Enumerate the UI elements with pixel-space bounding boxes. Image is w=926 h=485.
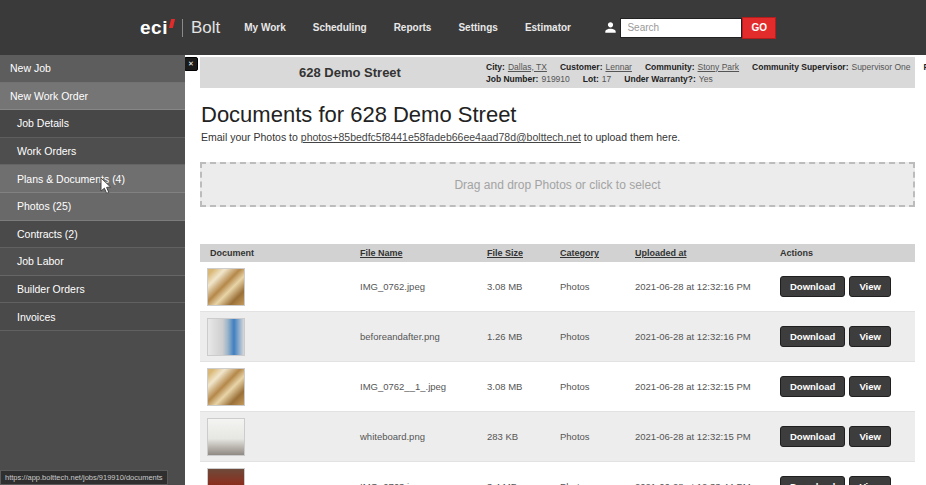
download-button[interactable]: Download: [780, 326, 845, 347]
file-name-cell: IMG_0763.jpeg: [360, 481, 487, 485]
actions-cell: DownloadView: [780, 426, 915, 447]
sidebar-item-photos-25[interactable]: Photos (25): [0, 193, 185, 221]
app-logo: eci Bolt: [140, 17, 220, 39]
sidebar-item-plans-documents-4[interactable]: Plans & Documents (4): [0, 165, 185, 193]
sidebar-item-new-work-order[interactable]: New Work Order: [0, 83, 185, 111]
detail-value: Supervisor One: [851, 62, 910, 72]
nav-item-scheduling[interactable]: Scheduling: [313, 22, 367, 33]
nav-item-estimator[interactable]: Estimator: [525, 22, 571, 33]
photo-dropzone[interactable]: Drag and drop Photos or click to select: [200, 162, 915, 207]
page-title: Documents for 628 Demo Street: [201, 102, 915, 128]
column-header-uploaded-at[interactable]: Uploaded at: [635, 248, 780, 258]
property-address: 628 Demo Street: [200, 65, 500, 80]
sidebar-item-new-job[interactable]: New Job: [0, 55, 185, 83]
nav-item-my-work[interactable]: My Work: [244, 22, 286, 33]
detail-value: Yes: [699, 74, 713, 84]
category-cell: Photos: [560, 381, 635, 392]
download-button[interactable]: Download: [780, 426, 845, 447]
detail-value: 919910: [541, 74, 569, 84]
detail-value[interactable]: Dallas, TX: [508, 62, 547, 72]
top-navigation-bar: eci Bolt My WorkSchedulingReportsSetting…: [0, 0, 926, 55]
column-header-document: Document: [200, 248, 360, 258]
email-instruction-prefix: Email your Photos to: [201, 131, 301, 143]
sidebar-menu: New JobNew Work OrderJob DetailsWork Ord…: [0, 55, 185, 331]
column-header-file-name[interactable]: File Name: [360, 248, 487, 258]
table-body: IMG_0762.jpeg3.08 MBPhotos2021-06-28 at …: [200, 262, 915, 485]
sidebar-item-job-details[interactable]: Job Details: [0, 110, 185, 138]
file-name-cell: whiteboard.png: [360, 431, 487, 442]
bolt-logo-text: Bolt: [191, 18, 220, 38]
search-input[interactable]: [620, 18, 742, 38]
sidebar-item-invoices[interactable]: Invoices: [0, 303, 185, 331]
detail-label: Customer:: [560, 62, 603, 72]
sidebar-close-button[interactable]: ✕: [185, 57, 198, 71]
detail-label: Under Warranty?:: [624, 74, 695, 84]
view-button[interactable]: View: [849, 276, 890, 297]
uploaded-at-cell: 2021-06-28 at 12:32:16 PM: [635, 281, 780, 292]
main-content: ✕ 628 Demo Street City:Dallas, TXCustome…: [185, 55, 926, 485]
document-thumbnail[interactable]: [207, 368, 245, 406]
view-button[interactable]: View: [849, 476, 890, 485]
uploaded-at-cell: 2021-06-28 at 12:33:44 PM: [635, 481, 780, 485]
document-thumbnail[interactable]: [207, 318, 245, 356]
file-size-cell: 3.08 MB: [487, 281, 560, 292]
download-button[interactable]: Download: [780, 476, 845, 485]
category-cell: Photos: [560, 431, 635, 442]
table-row: IMG_0763.jpeg3.4 MBPhotos2021-06-28 at 1…: [200, 462, 915, 485]
file-size-cell: 283 KB: [487, 431, 560, 442]
sidebar-item-contracts-2[interactable]: Contracts (2): [0, 221, 185, 249]
eci-logo-text: eci: [140, 17, 168, 39]
category-cell: Photos: [560, 281, 635, 292]
uploaded-at-cell: 2021-06-28 at 12:32:16 PM: [635, 331, 780, 342]
dropzone-label: Drag and drop Photos or click to select: [454, 178, 660, 192]
file-size-cell: 1.26 MB: [487, 331, 560, 342]
search-go-button[interactable]: GO: [742, 17, 776, 39]
thumbnail-cell: [200, 268, 360, 306]
detail-label: Lot:: [583, 74, 599, 84]
sidebar-item-work-orders[interactable]: Work Orders: [0, 138, 185, 166]
actions-cell: DownloadView: [780, 326, 915, 347]
nav-item-settings[interactable]: Settings: [458, 22, 497, 33]
table-row: beforeandafter.png1.26 MBPhotos2021-06-2…: [200, 312, 915, 362]
category-cell: Photos: [560, 481, 635, 485]
document-thumbnail[interactable]: [207, 418, 245, 456]
detail-label: Community Supervisor:: [752, 62, 848, 72]
view-button[interactable]: View: [849, 426, 890, 447]
thumbnail-cell: [200, 368, 360, 406]
detail-value[interactable]: Stony Park: [698, 62, 740, 72]
uploaded-at-cell: 2021-06-28 at 12:32:15 PM: [635, 431, 780, 442]
view-button[interactable]: View: [849, 326, 890, 347]
detail-value[interactable]: Lennar: [605, 62, 631, 72]
upload-email-link[interactable]: photos+85bedfc5f8441e58fadeb66ee4aad78d@…: [301, 131, 581, 143]
thumbnail-cell: [200, 318, 360, 356]
file-name-cell: IMG_0762__1_.jpeg: [360, 381, 487, 392]
property-details-row1: City:Dallas, TXCustomer:LennarCommunity:…: [486, 62, 926, 72]
documents-table: DocumentFile NameFile SizeCategoryUpload…: [200, 244, 915, 485]
file-name-cell: IMG_0762.jpeg: [360, 281, 487, 292]
file-name-cell: beforeandafter.png: [360, 331, 487, 342]
topnav-links: My WorkSchedulingReportsSettingsEstimato…: [244, 22, 598, 33]
column-header-file-size[interactable]: File Size: [487, 248, 560, 258]
sidebar-item-builder-orders[interactable]: Builder Orders: [0, 276, 185, 304]
document-thumbnail[interactable]: [207, 468, 245, 485]
column-header-actions: Actions: [780, 248, 915, 258]
detail-label: Community:: [645, 62, 695, 72]
detail-under-warranty: Under Warranty?:Yes: [624, 74, 712, 84]
thumbnail-cell: [200, 418, 360, 456]
file-size-cell: 3.08 MB: [487, 381, 560, 392]
user-icon[interactable]: [604, 21, 617, 34]
view-button[interactable]: View: [849, 376, 890, 397]
column-header-category[interactable]: Category: [560, 248, 635, 258]
status-bar-url: https://app.bolttech.net/jobs/919910/doc…: [0, 470, 168, 485]
file-size-cell: 3.4 MB: [487, 481, 560, 485]
download-button[interactable]: Download: [780, 376, 845, 397]
table-row: IMG_0762__1_.jpeg3.08 MBPhotos2021-06-28…: [200, 362, 915, 412]
detail-lot: Lot:17: [583, 74, 612, 84]
nav-item-reports[interactable]: Reports: [394, 22, 432, 33]
eci-logo-red-accent: [169, 19, 175, 28]
download-button[interactable]: Download: [780, 276, 845, 297]
search-area: GO: [620, 17, 776, 39]
sidebar-item-job-labor[interactable]: Job Labor: [0, 248, 185, 276]
sidebar: New JobNew Work OrderJob DetailsWork Ord…: [0, 55, 185, 485]
document-thumbnail[interactable]: [207, 268, 245, 306]
